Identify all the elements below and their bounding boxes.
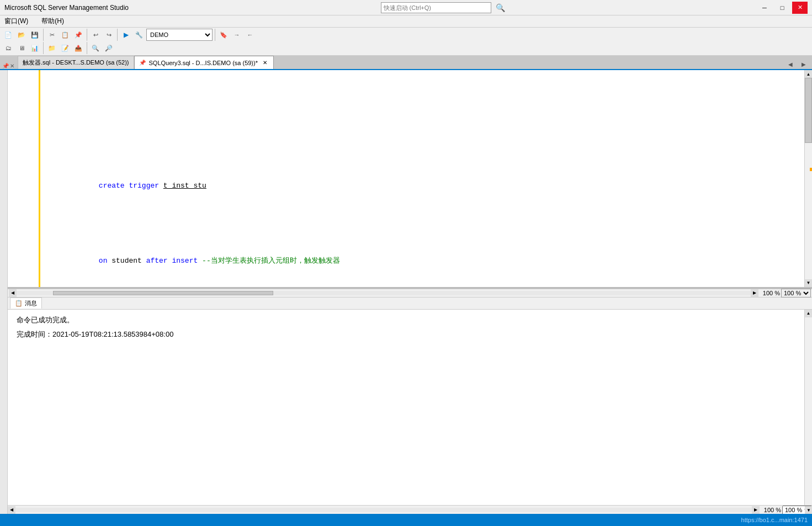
tb-outdent[interactable]: ← [244,29,256,41]
results-tabs: 📋 消息 [8,297,812,310]
tb-bookmark[interactable]: 🔖 [217,29,230,41]
result-message-3: 完成时间：2021-05-19T08:21:13.5853984+08:00 [17,328,795,341]
pin-area-icon: 📌 [2,63,9,69]
results-panel: 📋 消息 命令已成功完成。 完成时间：2021-05-19T08:21:13.5… [8,297,812,514]
tb-sep-4 [215,29,215,41]
tab-sqlquery3-close[interactable]: ✕ [261,59,269,67]
restore-button[interactable]: □ [774,2,790,14]
results-scrollbar[interactable]: ▲ ▼ [804,310,812,506]
tab-bar: 📌 ✕ 触发器.sql - DESKT...S.DEMO (sa (52)) 📌… [0,56,812,70]
tab-sqlquery3-pin: 📌 [139,60,146,66]
scroll-thumb[interactable] [805,78,812,143]
scroll-orange-indicator [810,168,812,171]
tab-sqlquery3-label: SQLQuery3.sql - D...IS.DEMO (sa (59))* [149,60,258,66]
tb-indent[interactable]: → [231,29,243,41]
quick-launch-input[interactable] [381,2,491,13]
tab-triggers-label: 触发器.sql - DESKT...S.DEMO (sa (52)) [23,59,129,67]
tb-template-exp[interactable]: 📝 [59,42,71,54]
tb-zoom-out[interactable]: 🔎 [103,42,115,54]
menu-help[interactable]: 帮助(H) [39,15,66,27]
results-content: 命令已成功完成。 完成时间：2021-05-19T08:21:13.585398… [8,310,804,506]
tb-zoom-in[interactable]: 🔍 [89,42,102,54]
tb-redo[interactable]: ↪ [103,29,115,41]
scroll-down-btn[interactable]: ▼ [805,279,812,287]
menu-window[interactable]: 窗口(W) [2,15,30,27]
result-message-1: 命令已成功完成。 [17,314,795,326]
hscroll-left-btn[interactable]: ◀ [9,289,17,297]
results-hscroll-right[interactable]: ▶ [752,506,760,514]
tb-undo[interactable]: ↩ [89,29,102,41]
code-line: on student after insert --当对学生表执行插入元组时，触… [8,245,812,278]
results-hscrollbar[interactable]: ◀ ▶ 100 % 100 % [8,505,812,514]
results-scroll-up[interactable]: ▲ [805,310,812,317]
editor-with-scrollbar: create trigger t_inst_stu on student aft… [8,70,812,514]
hscroll-right-btn[interactable]: ▶ [751,289,758,297]
tb-copy[interactable]: 📋 [59,29,71,41]
tb-database-select[interactable]: DEMO [146,29,213,41]
tab-scroll-left[interactable]: ◀ [784,58,797,70]
app-title: Microsoft SQL Server Management Studio [4,4,129,12]
content-area: create trigger t_inst_stu on student aft… [0,70,812,514]
tab-scroll-right[interactable]: ▶ [798,58,810,70]
results-tab-icon: 📋 [15,300,23,307]
toolbar-row-2: 🗂 🖥 📊 📁 📝 📤 🔍 🔎 [2,42,810,54]
editor-hscrollbar[interactable]: ◀ ▶ 100 % 100 % [8,289,812,297]
tb-solutions[interactable]: 📁 [46,42,58,54]
code-editor: create trigger t_inst_stu on student aft… [8,70,812,287]
tb-new-query[interactable]: 📄 [2,29,14,41]
tb-cut[interactable]: ✂ [46,29,58,41]
tb-output[interactable]: 📤 [72,42,84,54]
results-tab-label: 消息 [25,299,37,307]
menu-bar: 窗口(W) 帮助(H) [0,15,812,28]
zoom-area: 100 % 100 % [763,289,811,297]
app-wrapper: Microsoft SQL Server Management Studio 🔍… [0,0,812,526]
zoom-label: 100 % [763,290,780,296]
tab-scroll-buttons: ◀ ▶ [784,58,810,70]
tb-sep-3 [117,29,118,41]
search-icon[interactable]: 🔍 [496,3,505,12]
tb-sep-5 [43,42,44,54]
results-zoom-label: 100 % [764,507,781,513]
code-line [8,115,812,126]
toolbar-row-1: 📄 📂 💾 ✂ 📋 📌 ↩ ↪ ▶ 🔧 DEMO 🔖 → ← [2,29,810,41]
results-hscroll-left[interactable]: ◀ [8,506,15,514]
left-sidebar [0,70,8,514]
close-button[interactable]: ✕ [792,2,808,14]
tb-save[interactable]: 💾 [29,29,41,41]
tb-sep-6 [87,42,87,54]
zoom-select[interactable]: 100 % [781,289,811,297]
tb-paste[interactable]: 📌 [72,29,84,41]
tb-properties[interactable]: 📊 [29,42,41,54]
title-bar-controls: ─ □ ✕ [757,2,808,14]
tb-open[interactable]: 📂 [15,29,28,41]
editor-code-area[interactable]: create trigger t_inst_stu on student aft… [8,70,812,287]
code-line: create trigger t_inst_stu [8,169,812,202]
results-with-scroll: 命令已成功完成。 完成时间：2021-05-19T08:21:13.585398… [8,310,812,506]
tab-sqlquery3[interactable]: 📌 SQLQuery3.sql - D...IS.DEMO (sa (59))*… [134,56,274,69]
tb-sep-2 [87,29,87,41]
hscroll-thumb[interactable] [53,291,273,295]
status-right-url: https://bo1.c...main:1471 [741,517,808,523]
tb-debug[interactable]: 🔧 [133,29,145,41]
results-tab-messages[interactable]: 📋 消息 [10,297,42,309]
tb-reg-servers[interactable]: 🖥 [15,42,28,54]
editor-section: create trigger t_inst_stu on student aft… [8,70,812,289]
toolbar-area: 📄 📂 💾 ✂ 📋 📌 ↩ ↪ ▶ 🔧 DEMO 🔖 → ← 🗂 🖥 📊 [0,28,812,56]
tb-obj-explorer[interactable]: 🗂 [2,42,14,54]
pin-area-x[interactable]: ✕ [10,63,14,69]
tb-sep-1 [43,29,44,41]
scroll-up-btn[interactable]: ▲ [805,70,812,78]
tb-execute[interactable]: ▶ [120,29,132,41]
tab-triggers[interactable]: 触发器.sql - DESKT...S.DEMO (sa (52)) [18,56,134,69]
title-bar: Microsoft SQL Server Management Studio 🔍… [0,0,812,15]
minimize-button[interactable]: ─ [757,2,772,14]
status-bar: https://bo1.c...main:1471 [0,514,812,526]
editor-scrollbar[interactable]: ▲ ▼ [804,70,812,287]
